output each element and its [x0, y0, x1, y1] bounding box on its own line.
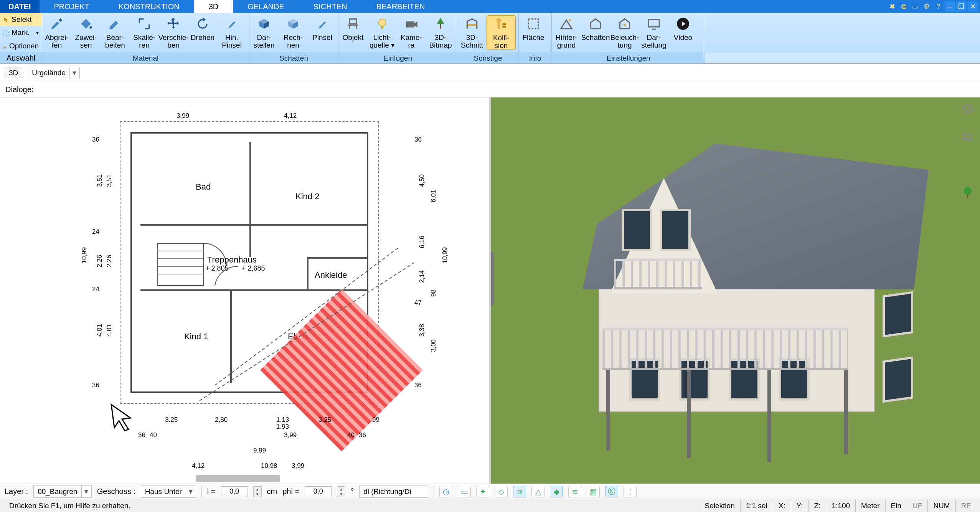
maximize-button[interactable]: ❐ [956, 2, 966, 12]
l-input[interactable] [221, 486, 248, 497]
tab-gelaende[interactable]: GELÄNDE [233, 0, 299, 13]
dim: 3,99 [177, 112, 189, 120]
svg-rect-22 [967, 195, 968, 198]
terrain-combo-value: Urgelände [28, 69, 69, 77]
group-einfuegen: Objekt Licht-quelle ▾ Kame-ra 3D-Bitmap … [338, 13, 457, 63]
dim: 3,99 [284, 431, 297, 439]
cmd-verschieben[interactable]: Verschie-ben [159, 15, 188, 49]
cmd-kamera[interactable]: Kame-ra [397, 15, 426, 49]
osnap6-icon[interactable]: ≋ [568, 486, 581, 497]
group-material-label: Material [42, 53, 249, 63]
furniture-icon[interactable] [959, 129, 976, 146]
room-kind1: Kind 1 [184, 332, 208, 342]
tools-icon[interactable]: ✖ [887, 2, 897, 12]
grid-icon[interactable]: ▦ [587, 486, 600, 497]
layer-label: Layer : [5, 487, 28, 496]
osnap5-icon[interactable]: ◆ [550, 486, 563, 497]
minimize-button[interactable]: – [945, 2, 955, 12]
eyedropper-icon [48, 15, 65, 32]
view-3d[interactable] [491, 97, 980, 484]
tab-3d[interactable]: 3D [194, 0, 233, 13]
section-icon [464, 15, 480, 32]
dim: 36 [92, 136, 99, 144]
cmd-drehen[interactable]: Drehen [188, 15, 217, 41]
clock-icon[interactable]: ◷ [439, 486, 452, 497]
dim: 6,16 [418, 236, 426, 248]
screen2-icon[interactable]: ▭ [458, 486, 471, 497]
mode-badge[interactable]: 3D [5, 68, 22, 78]
layer-combo[interactable]: 00_Baugren▾ [33, 486, 92, 498]
svg-point-1 [90, 26, 92, 28]
geschoss-label: Geschoss : [97, 487, 135, 496]
tab-sichten[interactable]: SICHTEN [299, 0, 362, 13]
phi-input[interactable] [305, 486, 332, 497]
cmd-schatten-set[interactable]: Schatten [581, 15, 610, 41]
cmd-zuweisen[interactable]: Zuwei-sen [71, 15, 101, 49]
tab-konstruktion[interactable]: KONSTRUKTION [104, 0, 194, 13]
group-schatten-label: Schatten [249, 53, 338, 63]
osnap3-icon[interactable]: ⧈ [513, 486, 526, 497]
cmd-kollision[interactable]: Kolli-sion [487, 15, 516, 50]
chevron-down-icon: ▾ [186, 486, 196, 497]
big-cursor-icon [107, 401, 138, 431]
background-icon [558, 15, 575, 32]
deg-label: ° [351, 487, 354, 496]
osnap4-icon[interactable]: △ [531, 486, 544, 497]
group-material: Abgrei-fen Zuwei-sen Bear-beiten Skalie-… [42, 13, 249, 63]
tab-datei[interactable]: DATEI [0, 0, 40, 13]
cmd-flaeche[interactable]: Fläche [519, 15, 548, 41]
svg-rect-7 [498, 23, 500, 29]
cmd-rechnen[interactable]: Rech-nen [279, 15, 308, 49]
bottom-option-bar: Layer : 00_Baugren▾ Geschoss : Haus Unte… [0, 484, 980, 499]
more-icon[interactable]: ⋮ [624, 486, 637, 497]
cmd-hinpinsel[interactable]: Hin.Pinsel [217, 15, 246, 49]
osnap2-icon[interactable]: ◇ [495, 486, 508, 497]
geschoss-combo[interactable]: Haus Unter▾ [141, 486, 196, 498]
cmd-pinsel-shadow[interactable]: Pinsel [308, 15, 337, 41]
layers-icon[interactable] [959, 101, 976, 118]
height-2685: + 2,685 [242, 264, 265, 273]
tab-projekt[interactable]: PROJEKT [40, 0, 104, 13]
cmd-3dschnitt[interactable]: 3D-Schnitt [457, 15, 487, 49]
screen-icon[interactable]: ⧉ [899, 2, 909, 12]
mark-button[interactable]: Mark. ▾ [0, 26, 42, 39]
view-2d[interactable]: Bad Kind 2 Treppenhaus Ankleide Kind 1 E… [0, 97, 491, 484]
tab-bearbeiten[interactable]: BEARBEITEN [362, 0, 440, 13]
cmd-video[interactable]: Video [668, 15, 698, 41]
help-icon[interactable]: ? [933, 2, 943, 12]
selekt-button[interactable]: Selekt [0, 13, 42, 26]
l-spin[interactable]: ▲▼ [253, 486, 262, 497]
status-rf: RF [956, 499, 976, 512]
phi-spin[interactable]: ▲▼ [337, 486, 345, 497]
dl-combo[interactable]: dl (Richtung/Di [359, 486, 428, 498]
cmd-abgreifen[interactable]: Abgrei-fen [42, 15, 71, 49]
dim: 3.25 [318, 416, 331, 424]
cmd-skalieren[interactable]: Skalie-ren [130, 15, 159, 49]
materials-icon[interactable] [959, 157, 976, 173]
cmd-beleuchtung[interactable]: Beleuch-tung [610, 15, 639, 49]
cmd-3dbitmap[interactable]: 3D-Bitmap [426, 15, 455, 49]
osnap1-icon[interactable]: ✦ [476, 486, 489, 497]
dim: 36 [414, 136, 422, 144]
north-icon[interactable]: Ⓝ [605, 486, 618, 497]
cmd-hintergrund[interactable]: Hinter-grund [552, 15, 581, 49]
group-info-label: Info [519, 53, 551, 63]
settings-icon[interactable]: ⚙ [922, 2, 932, 12]
terrain-combo[interactable]: Urgelände ▾ [28, 67, 80, 79]
group-empty [705, 13, 980, 63]
close-button[interactable]: ✕ [968, 2, 978, 12]
cmd-bearbeiten[interactable]: Bear-beiten [101, 15, 130, 49]
dim: 98 [430, 289, 437, 297]
cmd-lichtquelle[interactable]: Licht-quelle ▾ [368, 15, 397, 49]
optionen-button[interactable]: Optionen [0, 40, 42, 53]
window-icon[interactable]: ▭ [910, 2, 920, 12]
cmd-darstellen[interactable]: Dar-stellen [249, 15, 279, 49]
cmd-objekt[interactable]: Objekt [338, 15, 368, 41]
splitter-handle[interactable] [491, 252, 494, 306]
scrollbar-horizontal[interactable] [196, 475, 280, 482]
ribbon-left-panel: Selekt Mark. ▾ Optionen Auswahl [0, 13, 42, 63]
tree-tool-icon[interactable] [959, 184, 976, 201]
cmd-darstellung[interactable]: Dar-stellung [639, 15, 668, 49]
dim: 2,14 [418, 270, 426, 283]
dim: 4,50 [418, 174, 426, 187]
